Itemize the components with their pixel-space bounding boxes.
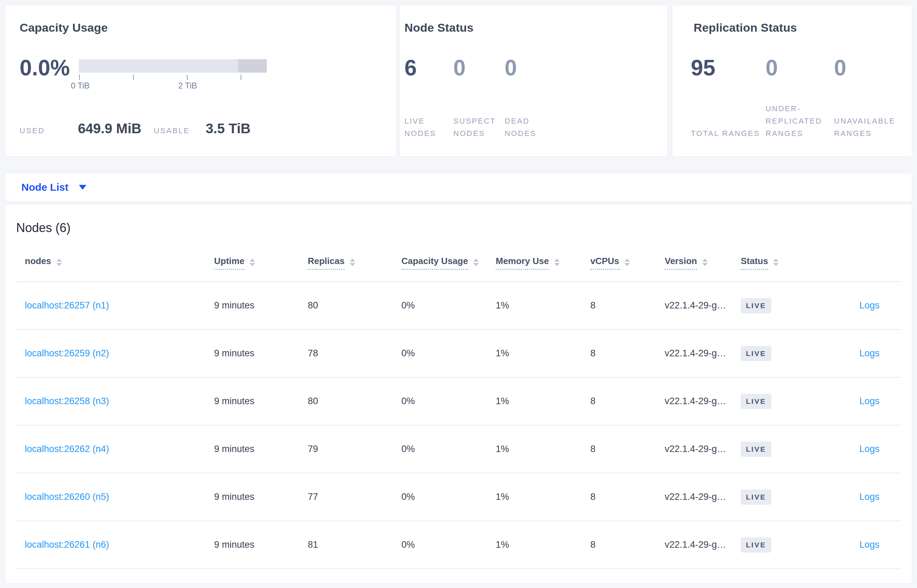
status-badge: LIVE [741,394,772,409]
version-cell: v22.1.4-29-g… [656,300,732,311]
replicas-cell: 80 [299,396,393,407]
capacity-bar-track [79,59,267,73]
suspect-nodes-metric: 0 SUSPECT NODES [453,57,505,140]
sort-icon [350,258,355,266]
version-cell: v22.1.4-29-g… [656,444,732,454]
memory-use-cell: 1% [487,444,582,454]
sort-icon [554,258,560,266]
dead-nodes-value: 0 [505,57,550,79]
usable-label: USABLE [154,126,190,135]
replicas-cell: 77 [299,492,393,502]
column-header-version[interactable]: Version [656,256,732,270]
sort-icon [250,258,255,266]
node-list-dropdown[interactable]: Node List [5,173,912,202]
memory-use-cell: 1% [487,396,582,407]
used-value: 649.9 MiB [78,121,142,136]
uptime-cell: 9 minutes [205,540,299,550]
chevron-down-icon [79,185,86,190]
live-nodes-label: LIVE NODES [404,115,450,140]
version-cell: v22.1.4-29-g… [656,540,732,550]
node-link[interactable]: localhost:26260 (n5) [25,492,109,502]
column-header-nodes[interactable]: nodes [16,256,205,270]
replicas-cell: 78 [299,348,393,359]
nodes-table-header: nodes Uptime Replicas Capacity Usage Mem… [16,256,901,282]
vcpus-cell: 8 [582,540,656,550]
logs-link[interactable]: Logs [859,396,880,406]
table-row: localhost:26259 (n2) 9 minutes 78 0% 1% … [16,330,901,378]
logs-link[interactable]: Logs [859,300,880,310]
capacity-axis-ticks [79,75,267,80]
version-cell: v22.1.4-29-g… [656,492,732,502]
column-header-replicas[interactable]: Replicas [299,256,393,270]
suspect-nodes-label: SUSPECT NODES [453,115,499,140]
uptime-cell: 9 minutes [205,444,299,454]
node-link[interactable]: localhost:26257 (n1) [25,300,109,310]
uptime-cell: 9 minutes [205,348,299,359]
uptime-cell: 9 minutes [205,300,299,311]
memory-use-cell: 1% [487,348,582,359]
replicas-cell: 81 [299,540,393,550]
suspect-nodes-value: 0 [453,57,505,79]
unavailable-ranges-value: 0 [834,57,906,79]
capacity-usage-cell: 0% [393,492,487,502]
status-badge: LIVE [741,489,772,505]
cluster-overview-page: Capacity Usage 0.0% 0 TiB 2 TiB [0,0,917,588]
memory-use-cell: 1% [487,300,582,311]
column-header-uptime[interactable]: Uptime [205,256,299,270]
vcpus-cell: 8 [582,396,656,407]
uptime-cell: 9 minutes [205,492,299,502]
capacity-bar: 0 TiB 2 TiB [79,59,267,91]
replicas-cell: 80 [299,300,393,311]
usable-value: 3.5 TiB [205,121,250,136]
under-replicated-ranges-metric: 0 UNDER-REPLICATED RANGES [765,57,834,140]
vcpus-cell: 8 [582,444,656,454]
version-cell: v22.1.4-29-g… [656,348,732,359]
capacity-bar-reserved-segment [238,59,267,73]
column-header-capacity-usage[interactable]: Capacity Usage [393,256,487,270]
nodes-table-body: localhost:26257 (n1) 9 minutes 80 0% 1% … [16,282,901,569]
node-link[interactable]: localhost:26259 (n2) [25,348,109,359]
logs-link[interactable]: Logs [859,540,880,550]
column-header-memory-use[interactable]: Memory Use [487,256,582,270]
table-row: localhost:26258 (n3) 9 minutes 80 0% 1% … [16,378,901,425]
nodes-table-card: Nodes (6) nodes Uptime Replicas Capacity… [5,204,912,584]
memory-use-cell: 1% [487,540,582,550]
table-row: localhost:26261 (n6) 9 minutes 81 0% 1% … [16,521,901,569]
unavailable-ranges-label: UNAVAILABLE RANGES [834,115,906,140]
capacity-usage-cell: 0% [393,348,487,359]
column-header-status[interactable]: Status [732,256,811,270]
live-nodes-metric: 6 LIVE NODES [404,57,453,140]
total-ranges-value: 95 [691,57,765,79]
live-nodes-value: 6 [404,57,453,79]
status-badge: LIVE [741,442,772,457]
logs-link[interactable]: Logs [859,492,880,502]
sort-icon [773,258,779,266]
under-replicated-ranges-label: UNDER-REPLICATED RANGES [765,103,837,140]
sort-icon [625,258,630,266]
logs-link[interactable]: Logs [859,348,880,359]
vcpus-cell: 8 [582,348,656,359]
axis-label-0tib: 0 TiB [71,81,90,90]
node-link[interactable]: localhost:26261 (n6) [25,540,109,550]
node-status-card: Node Status 6 LIVE NODES 0 SUSPECT NODES… [399,5,668,157]
sort-icon [473,258,479,266]
column-header-vcpus[interactable]: vCPUs [582,256,656,270]
under-replicated-ranges-value: 0 [765,57,834,79]
dead-nodes-label: DEAD NODES [505,115,550,140]
capacity-percent: 0.0% [19,57,79,91]
node-link[interactable]: localhost:26262 (n4) [25,444,109,454]
replication-status-title: Replication Status [694,21,912,34]
table-row: localhost:26262 (n4) 9 minutes 79 0% 1% … [16,425,901,473]
sort-icon [702,258,708,266]
total-ranges-label: TOTAL RANGES [691,128,762,140]
table-row: localhost:26260 (n5) 9 minutes 77 0% 1% … [16,473,901,521]
node-list-dropdown-label: Node List [21,181,68,193]
node-link[interactable]: localhost:26258 (n3) [25,396,109,406]
capacity-usage-cell: 0% [393,396,487,407]
unavailable-ranges-metric: 0 UNAVAILABLE RANGES [834,57,906,140]
version-cell: v22.1.4-29-g… [656,396,732,407]
nodes-section-title: Nodes (6) [16,221,912,235]
logs-link[interactable]: Logs [859,444,880,454]
capacity-usage-card: Capacity Usage 0.0% 0 TiB 2 TiB [5,5,397,157]
total-ranges-metric: 95 TOTAL RANGES [691,57,765,140]
